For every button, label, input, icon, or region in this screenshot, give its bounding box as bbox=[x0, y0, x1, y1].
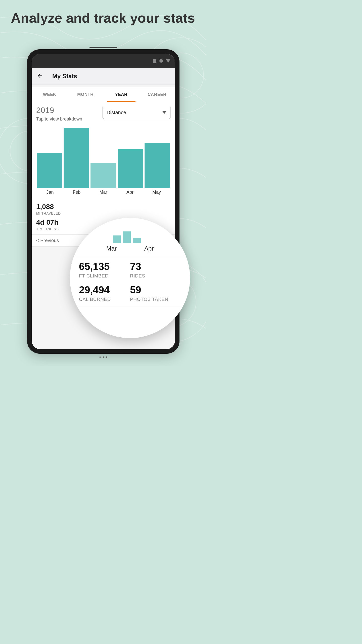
bar-chart[interactable]: JanFebMarAprMay bbox=[32, 123, 175, 199]
status-square-icon bbox=[153, 59, 156, 63]
dropdown-selected: Distance bbox=[107, 110, 126, 115]
magnifier-month-labels: Mar Apr bbox=[75, 245, 185, 256]
stat-label: PHOTOS TAKEN bbox=[130, 297, 181, 302]
promo-title: Analyze and track your stats bbox=[0, 10, 206, 27]
status-bar bbox=[32, 54, 175, 68]
chevron-down-icon bbox=[162, 111, 166, 114]
status-triangle-icon bbox=[166, 59, 170, 63]
stat-label: MI TRAVELED bbox=[36, 211, 81, 215]
stat-value: 65,135 bbox=[79, 261, 130, 272]
stat-time-riding: 4d 07h TIME RIDING bbox=[36, 218, 81, 231]
bar-label: May bbox=[143, 190, 170, 195]
year-value: 2019 bbox=[36, 106, 103, 115]
stat-value: 1,088 bbox=[36, 203, 81, 211]
stat-label: TIME RIDING bbox=[36, 227, 81, 231]
bar-label: Jan bbox=[37, 190, 63, 195]
tab-week[interactable]: WEEK bbox=[32, 87, 68, 102]
stat-value: 4d 07h bbox=[36, 218, 81, 226]
bar-feb[interactable] bbox=[64, 128, 89, 188]
bar-apr[interactable] bbox=[118, 149, 143, 188]
stat-label: FT CLIMBED bbox=[79, 273, 130, 279]
bar-jan[interactable] bbox=[37, 153, 62, 188]
mag-stat-cal-burned: 29,494 CAL BURNED bbox=[79, 284, 130, 302]
magnifier-mini-bars bbox=[113, 228, 141, 243]
stat-label: RIDES bbox=[130, 273, 181, 279]
mag-month-label: Mar bbox=[106, 245, 117, 252]
status-circle-icon bbox=[159, 59, 163, 63]
magnifier-overlay: Mar Apr 65,135 FT CLIMBED 73 RIDES 29,49… bbox=[70, 218, 190, 338]
back-arrow-icon[interactable] bbox=[37, 72, 43, 80]
stat-label: CAL BURNED bbox=[79, 297, 130, 302]
bar-may[interactable] bbox=[145, 143, 170, 188]
stat-mi-traveled: 1,088 MI TRAVELED bbox=[36, 203, 81, 215]
previous-link[interactable]: < Previous bbox=[36, 238, 59, 243]
year-header-row: 2019 Tap to view breakdown Distance bbox=[32, 102, 175, 123]
mag-stat-rides: 73 RIDES bbox=[130, 261, 181, 279]
bar-mar[interactable] bbox=[90, 163, 116, 188]
mag-stat-photos-taken: 59 PHOTOS TAKEN bbox=[130, 284, 181, 302]
page-title: My Stats bbox=[52, 73, 77, 80]
bar-label: Apr bbox=[117, 190, 143, 195]
period-tabs: WEEK MONTH YEAR CAREER bbox=[32, 87, 175, 102]
mag-month-label: Apr bbox=[144, 245, 154, 252]
bar-label: Mar bbox=[90, 190, 117, 195]
year-subtitle[interactable]: Tap to view breakdown bbox=[36, 116, 103, 122]
tab-year[interactable]: YEAR bbox=[103, 87, 139, 102]
tab-month[interactable]: MONTH bbox=[68, 87, 104, 102]
stat-value: 73 bbox=[130, 261, 181, 272]
bar-label: Feb bbox=[63, 190, 90, 195]
tab-career[interactable]: CAREER bbox=[139, 87, 175, 102]
stat-value: 59 bbox=[130, 284, 181, 296]
stat-value: 29,494 bbox=[79, 284, 130, 296]
app-bar: My Stats bbox=[32, 68, 175, 85]
metric-dropdown[interactable]: Distance bbox=[103, 106, 170, 119]
mag-stat-ft-climbed: 65,135 FT CLIMBED bbox=[79, 261, 130, 279]
